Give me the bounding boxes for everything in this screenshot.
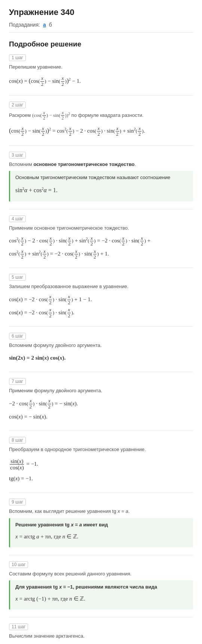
step-7: 7 шаг Применим формулу двойного аргумент… [9, 378, 193, 423]
step-7-desc: Применим формулу двойного аргумента. [9, 387, 193, 394]
step-3-desc: Вспомним основное тригонометрическое тож… [9, 161, 193, 168]
step-7-label: 7 шаг [9, 378, 26, 385]
step-10-highlight: Для уравнения tg x = −1, решениями являю… [9, 580, 193, 610]
step-9-highlight: Решение уравнения tg x = a имеет вид x =… [9, 518, 193, 547]
step-10-desc: Составим формулу всех решений данного ур… [9, 570, 193, 578]
step-5: 5 шаг Запишем преобразованное выражение … [9, 274, 193, 319]
step-1-label: 1 шаг [9, 54, 26, 61]
step-6-math: sin(2x) = 2 sin(x) cos(x). [9, 352, 193, 364]
step-8-desc: Преобразуем в однородное тригонометричес… [9, 446, 193, 453]
step-9-highlight-title: Решение уравнения tg x = a имеет вид [15, 522, 188, 527]
step-4-desc: Применим основное тригонометрическое тож… [9, 224, 193, 232]
step-6-desc: Вспомним формулу двойного аргумента. [9, 342, 193, 349]
step-10: 10 шаг Составим формулу всех решений дан… [9, 561, 193, 610]
step-9-desc: Вспомним, как выглядит решение уравнения… [9, 508, 193, 515]
step-3-highlight-title: Основным тригонометрическим тождеством н… [15, 175, 188, 180]
step-10-highlight-title: Для уравнения tg x = −1, решениями являю… [15, 584, 188, 590]
step-8: 8 шаг Преобразуем в однородное тригономе… [9, 437, 193, 485]
solution-title: Подробное решение [9, 40, 193, 48]
step-10-label: 10 шаг [9, 561, 28, 568]
step-3-highlight: Основным тригонометрическим тождеством н… [9, 171, 193, 201]
step-8-label: 8 шаг [9, 437, 26, 444]
subtask-b-link[interactable]: б [49, 22, 52, 28]
step-3-label: 3 шаг [9, 152, 26, 158]
step-7-math: −2 · cos(x2) · sin(x2) = − sin(x). cos(x… [9, 397, 193, 423]
step-6: 6 шаг Вспомним формулу двойного аргумент… [9, 333, 193, 365]
step-11-desc: Вычислим значение арктангенса. [9, 632, 193, 640]
subtask-a-link[interactable]: а [43, 22, 46, 28]
step-8-math: sin(x)cos(x) = −1. tg(x) = −1. [9, 456, 193, 485]
step-10-math: x = arctg (−1) + πn, где n ∈ ℤ. [15, 593, 188, 605]
step-9: 9 шаг Вспомним, как выглядит решение ура… [9, 499, 193, 547]
step-1-math: cos(x) = (cos(x2) − sin(x2))2 − 1. [9, 74, 193, 88]
step-6-label: 6 шаг [9, 333, 26, 339]
step-11-math: arctg(−1) = −π4. [9, 643, 193, 644]
subtasks-label: Подзадания: [9, 22, 40, 28]
step-2: 2 шаг Раскроем (cos(x2) − sin(x2))2 по ф… [9, 102, 193, 138]
step-3: 3 шаг Вспомним основное тригонометрическ… [9, 152, 193, 202]
step-4: 4 шаг Применим основное тригонометрическ… [9, 215, 193, 260]
step-2-label: 2 шаг [9, 102, 26, 108]
step-1-desc: Перепишем уравнение. [9, 63, 193, 71]
step-5-label: 5 шаг [9, 274, 26, 281]
page-title: Упражнение 340 [9, 7, 193, 17]
step-5-math: cos(x) = −2 · cos(x2) · sin(x2) + 1 − 1.… [9, 293, 193, 319]
step-9-math: x = arctg a + πn, где n ∈ ℤ. [15, 530, 188, 543]
step-11-label: 11 шаг [9, 623, 28, 630]
step-1: 1 шаг Перепишем уравнение. cos(x) = (cos… [9, 54, 193, 88]
subtasks-row: Подзадания: а б [9, 22, 193, 33]
step-2-math: (cos(x2) − sin(x2))2 = cos2(x2) − 2 · co… [9, 124, 193, 137]
step-4-math: cos2(x2) − 2 · cos(x2) · sin(x2) + sin2(… [9, 235, 193, 260]
step-3-math: sin2α + cos2α = 1. [15, 183, 188, 197]
step-5-desc: Запишем преобразованное выражение в урав… [9, 283, 193, 290]
step-11: 11 шаг Вычислим значение арктангенса. ar… [9, 623, 193, 644]
step-9-label: 9 шаг [9, 499, 26, 505]
step-4-label: 4 шаг [9, 215, 26, 222]
step-2-desc: Раскроем (cos(x2) − sin(x2))2 по формуле… [9, 111, 193, 121]
